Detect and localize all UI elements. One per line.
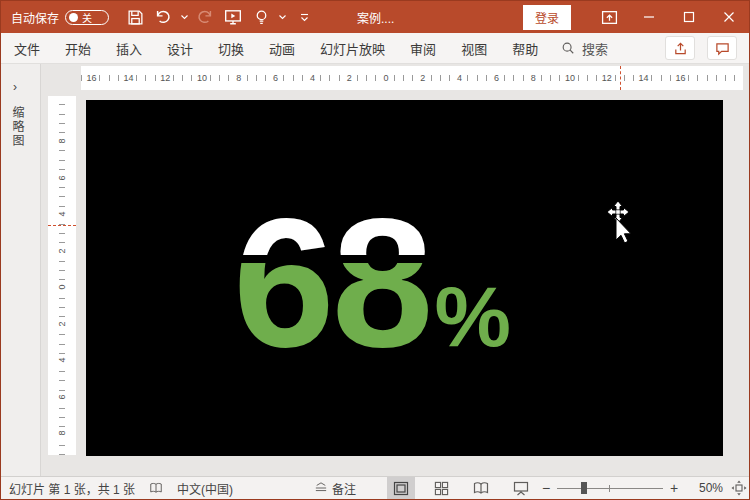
- redo-button[interactable]: [193, 5, 217, 29]
- percentage-text[interactable]: 6868%: [233, 188, 511, 411]
- ribbon-tab-8[interactable]: 视图: [461, 39, 487, 58]
- search-box[interactable]: 搜索: [561, 33, 608, 63]
- notes-icon: [314, 482, 328, 494]
- maximize-button[interactable]: [669, 1, 709, 33]
- h-ruler-label: 14: [637, 73, 651, 83]
- zoom-out-button[interactable]: −: [539, 480, 553, 496]
- fit-to-window-icon: [731, 480, 747, 496]
- reading-view-button[interactable]: [467, 477, 495, 499]
- ideas-dropdown[interactable]: [277, 5, 287, 29]
- h-ruler-label: 14: [121, 73, 135, 83]
- slide-sorter-view-button[interactable]: [427, 477, 455, 499]
- ribbon-tab-3[interactable]: 设计: [167, 39, 193, 58]
- proofing-status-button[interactable]: [149, 481, 163, 495]
- h-ruler-label: 8: [529, 73, 538, 83]
- notes-label: 备注: [332, 480, 356, 497]
- document-title: 案例....: [357, 9, 394, 26]
- zoom-in-button[interactable]: +: [667, 480, 681, 496]
- percent-sign: %: [435, 268, 511, 364]
- slideshow-view-button[interactable]: [507, 477, 535, 499]
- quick-access-toolbar: [123, 5, 309, 29]
- status-bar: 幻灯片 第 1 张，共 1 张 中文(中国) 备注: [1, 476, 749, 499]
- normal-view-button[interactable]: [387, 477, 415, 499]
- notes-toggle-button[interactable]: 备注: [314, 480, 356, 497]
- v-ruler-label: 6: [57, 173, 67, 182]
- ribbon-tab-5[interactable]: 动画: [269, 39, 295, 58]
- slideshow-icon: [224, 8, 242, 26]
- h-ruler-label: 2: [418, 73, 427, 83]
- ribbon-tab-9[interactable]: 帮助: [512, 39, 538, 58]
- save-icon: [127, 9, 144, 26]
- slide-sorter-icon: [434, 481, 449, 496]
- fit-slide-to-window-button[interactable]: [731, 480, 747, 496]
- slide-canvas[interactable]: 6868%: [86, 100, 723, 456]
- comment-icon: [715, 41, 730, 56]
- close-button[interactable]: [709, 1, 749, 33]
- h-ruler-label: 16: [85, 73, 99, 83]
- ribbon-tab-0[interactable]: 文件: [14, 39, 40, 58]
- toggle-knob: [69, 13, 78, 22]
- h-ruler-label: 0: [381, 73, 390, 83]
- customize-qat-button[interactable]: [299, 5, 309, 29]
- sign-in-button[interactable]: 登录: [523, 5, 571, 30]
- language-indicator[interactable]: 中文(中国): [177, 480, 233, 497]
- ribbon-tabs: 文件开始插入设计切换动画幻灯片放映审阅视图帮助: [1, 39, 538, 58]
- h-ruler-label: 16: [673, 73, 687, 83]
- v-ruler-label: 0: [57, 282, 67, 291]
- h-ruler-label: 8: [234, 73, 243, 83]
- ideas-button[interactable]: [249, 5, 273, 29]
- zoom-slider-track: [557, 488, 663, 489]
- big-number: 6868: [233, 188, 431, 378]
- ribbon-display-options-icon: [601, 9, 618, 26]
- ribbon-tab-1[interactable]: 开始: [65, 39, 91, 58]
- thumbnail-pane-label: 缩略图: [9, 106, 26, 148]
- ribbon-tab-2[interactable]: 插入: [116, 39, 142, 58]
- v-ruler-label: 8: [57, 428, 67, 437]
- autosave-label: 自动保存: [11, 9, 59, 26]
- ruler-pointer-marker-v: [48, 225, 76, 226]
- undo-dropdown[interactable]: [179, 5, 189, 29]
- save-button[interactable]: [123, 5, 147, 29]
- h-ruler-label: 4: [455, 73, 464, 83]
- v-ruler-label: 6: [57, 392, 67, 401]
- expand-thumbnails-button[interactable]: ›: [13, 80, 17, 94]
- comments-button[interactable]: [707, 36, 737, 60]
- v-ruler-label: 8: [57, 136, 67, 145]
- lightbulb-icon: [253, 9, 270, 26]
- proofing-book-icon: [149, 481, 163, 495]
- ribbon-display-options-button[interactable]: [589, 1, 629, 33]
- undo-icon: [154, 8, 172, 26]
- ribbon-tab-7[interactable]: 审阅: [410, 39, 436, 58]
- thumbnail-pane-collapsed: › 缩略图: [1, 64, 41, 476]
- h-ruler-label: 10: [195, 73, 209, 83]
- more-chevron-icon: [300, 13, 309, 22]
- h-ruler-label: 12: [600, 73, 614, 83]
- share-button[interactable]: [665, 36, 695, 60]
- zoom-slider[interactable]: [557, 481, 663, 495]
- ribbon-tab-4[interactable]: 切换: [218, 39, 244, 58]
- v-ruler-label: 2: [57, 246, 67, 255]
- titlebar-right: 登录: [523, 1, 749, 33]
- slide-position-indicator[interactable]: 幻灯片 第 1 张，共 1 张: [9, 480, 135, 497]
- ruler-pointer-marker-h: [620, 66, 621, 90]
- h-ruler-label: 10: [563, 73, 577, 83]
- horizontal-ruler[interactable]: 1614121086420246810121416: [81, 66, 743, 90]
- maximize-icon: [683, 11, 695, 23]
- vertical-ruler[interactable]: 864202468: [48, 96, 76, 455]
- search-icon: [561, 41, 575, 55]
- search-label: 搜索: [582, 39, 608, 58]
- start-slideshow-button[interactable]: [221, 5, 245, 29]
- zoom-slider-handle[interactable]: [581, 482, 587, 494]
- zoom-slider-midpoint: [609, 485, 610, 492]
- ribbon-tab-6[interactable]: 幻灯片放映: [320, 39, 385, 58]
- minimize-icon: [643, 11, 655, 23]
- zoom-level[interactable]: 50%: [687, 481, 723, 495]
- autosave-state: 关: [82, 10, 92, 25]
- chevron-down-icon: [279, 15, 286, 20]
- minimize-button[interactable]: [629, 1, 669, 33]
- v-ruler-label: 2: [57, 319, 67, 328]
- view-switcher: [387, 477, 535, 499]
- reading-view-icon: [473, 481, 489, 495]
- undo-button[interactable]: [151, 5, 175, 29]
- autosave-toggle[interactable]: 关: [65, 10, 109, 25]
